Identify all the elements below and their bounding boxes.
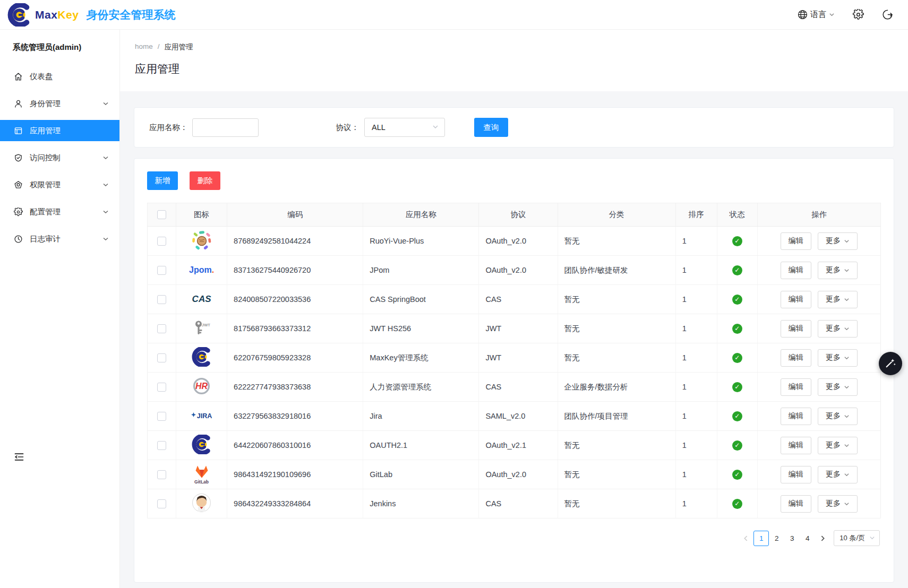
check-circle-icon: ✓: [732, 499, 742, 509]
row-checkbox[interactable]: [157, 383, 166, 392]
chevron-left-icon[interactable]: [742, 535, 749, 542]
column-header-status: 状态: [717, 203, 757, 227]
page-size-value: 10 条/页: [840, 533, 865, 543]
sidebar-item-仪表盘[interactable]: 仪表盘: [0, 66, 119, 87]
brand-name: MaxKey: [35, 8, 79, 21]
chevron-down-icon: [844, 297, 850, 302]
check-circle-icon: ✓: [732, 353, 742, 363]
chevron-down-icon: [102, 209, 109, 215]
app-category: 暂无: [558, 431, 675, 460]
page-title: 应用管理: [135, 62, 892, 76]
edit-button[interactable]: 编辑: [781, 262, 811, 279]
table-row: HR 622227747938373638 人力资源管理系统 CAS 企业服务/…: [148, 373, 881, 402]
toolbar: 新增 删除: [147, 171, 881, 190]
more-button[interactable]: 更多: [818, 291, 858, 308]
sidebar-item-访问控制[interactable]: 访问控制: [0, 147, 119, 168]
app-code: 986431492190109696: [227, 460, 363, 489]
page-button-1[interactable]: 1: [753, 531, 769, 546]
more-button[interactable]: 更多: [818, 466, 858, 483]
edit-button[interactable]: 编辑: [781, 408, 811, 425]
column-header-icon: 图标: [176, 203, 227, 227]
breadcrumb-current: 应用管理: [165, 42, 193, 52]
row-checkbox[interactable]: [157, 470, 166, 479]
more-button[interactable]: 更多: [818, 320, 858, 338]
app-sort: 1: [675, 314, 717, 343]
app-code: 837136275440926720: [227, 256, 363, 285]
gear-icon[interactable]: [853, 9, 864, 20]
svg-text:HR: HR: [195, 382, 208, 391]
row-checkbox[interactable]: [157, 266, 166, 275]
app-code: 644220607860310016: [227, 431, 363, 460]
edit-button[interactable]: 编辑: [781, 466, 811, 483]
floating-tool-button[interactable]: [879, 352, 902, 375]
column-header-sort: 排序: [675, 203, 717, 227]
more-button[interactable]: 更多: [818, 495, 858, 513]
row-checkbox[interactable]: [157, 295, 166, 304]
filter-panel: 应用名称： 协议： ALL 查询: [134, 107, 894, 148]
app-category: 暂无: [558, 227, 675, 256]
maxkey-logo: [7, 3, 31, 27]
sidebar-item-配置管理[interactable]: 配置管理: [0, 201, 119, 222]
column-header-protocol: 协议: [479, 203, 558, 227]
jpom-logo: Jpom.: [189, 260, 214, 280]
delete-button[interactable]: 删除: [190, 171, 220, 190]
edit-button[interactable]: 编辑: [781, 378, 811, 396]
app-code: 622076759805923328: [227, 343, 363, 373]
sidebar-item-身份管理[interactable]: 身份管理: [0, 93, 119, 114]
row-checkbox[interactable]: [157, 441, 166, 450]
app-protocol: OAuth_v2.1: [479, 431, 558, 460]
more-button[interactable]: 更多: [818, 232, 858, 250]
edit-button[interactable]: 编辑: [781, 495, 811, 513]
globe-icon: [798, 10, 808, 20]
page-button-4[interactable]: 4: [800, 531, 815, 546]
protocol-select[interactable]: ALL: [364, 118, 445, 137]
row-checkbox[interactable]: [157, 324, 166, 333]
logout-icon[interactable]: [882, 9, 893, 20]
sidebar-item-应用管理[interactable]: 应用管理: [0, 120, 119, 141]
app-name-input[interactable]: [192, 118, 259, 137]
page-button-3[interactable]: 3: [784, 531, 800, 546]
table-row: JIRA 632279563832918016 Jira SAML_v2.0 团…: [148, 402, 881, 431]
app-protocol: SAML_v2.0: [479, 402, 558, 431]
app-name: OAUTH2.1: [363, 431, 479, 460]
more-button[interactable]: 更多: [818, 437, 858, 454]
menu-fold-icon[interactable]: [14, 452, 24, 464]
app-sort: 1: [675, 285, 717, 314]
row-checkbox[interactable]: [157, 237, 166, 246]
chevron-down-icon: [844, 326, 850, 332]
more-button[interactable]: 更多: [818, 408, 858, 425]
add-button[interactable]: 新增: [147, 171, 178, 190]
row-checkbox[interactable]: [157, 353, 166, 362]
edit-button[interactable]: 编辑: [781, 437, 811, 454]
edit-button[interactable]: 编辑: [781, 291, 811, 308]
table-row: Jpom. 837136275440926720 JPom OAuth_v2.0…: [148, 256, 881, 285]
chevron-right-icon[interactable]: [819, 535, 826, 542]
maxkey-app-logo: [192, 435, 211, 455]
chevron-down-icon: [102, 181, 109, 188]
chevron-down-icon: [102, 100, 109, 107]
more-button[interactable]: 更多: [818, 378, 858, 396]
sidebar-item-权限管理[interactable]: 权限管理: [0, 174, 119, 195]
jenkins-logo: [192, 493, 211, 513]
breadcrumb: home / 应用管理: [135, 42, 892, 52]
more-button[interactable]: 更多: [818, 262, 858, 279]
edit-button[interactable]: 编辑: [781, 320, 811, 338]
chevron-down-icon: [844, 472, 850, 478]
edit-button[interactable]: 编辑: [781, 232, 811, 250]
page-size-select[interactable]: 10 条/页: [834, 530, 880, 546]
app-name: JPom: [363, 256, 479, 285]
more-button[interactable]: 更多: [818, 349, 858, 367]
breadcrumb-home[interactable]: home: [135, 42, 153, 52]
row-checkbox[interactable]: [157, 412, 166, 421]
badge-icon: [14, 180, 23, 189]
app-protocol: CAS: [479, 285, 558, 314]
language-menu[interactable]: 语言: [798, 10, 835, 20]
shield-check-icon: [14, 153, 23, 162]
chevron-down-icon: [102, 154, 109, 161]
search-button[interactable]: 查询: [474, 118, 508, 137]
sidebar-item-日志审计[interactable]: 日志审计: [0, 228, 119, 249]
edit-button[interactable]: 编辑: [781, 349, 811, 367]
page-button-2[interactable]: 2: [769, 531, 784, 546]
row-checkbox[interactable]: [157, 499, 166, 508]
select-all-checkbox[interactable]: [157, 210, 166, 219]
